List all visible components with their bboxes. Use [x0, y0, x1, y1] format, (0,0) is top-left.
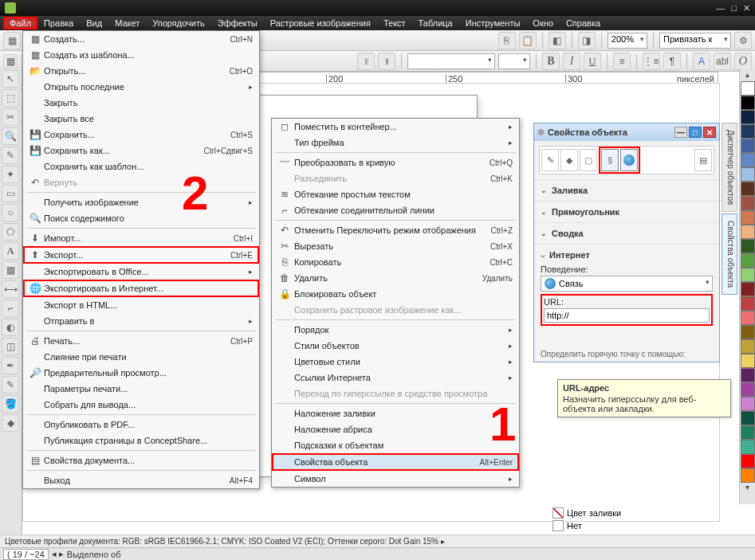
tab-summary-icon[interactable]: § [601, 149, 619, 171]
zoom-combo[interactable]: 200% [608, 33, 647, 49]
color-swatch[interactable] [741, 411, 755, 425]
bullets-icon[interactable]: ⋮≡ [643, 53, 660, 70]
eyedrop-tool-icon[interactable]: ✒ [2, 357, 19, 374]
file-menu-item[interactable]: 🔎Предварительный просмотр... [23, 365, 259, 381]
paste-icon[interactable]: 📋 [519, 32, 537, 49]
color-swatch[interactable] [741, 282, 755, 296]
color-swatch[interactable] [741, 196, 755, 210]
connect-tool-icon[interactable]: ⌐ [2, 300, 19, 317]
context-menu-item[interactable]: Тип фрейма▸ [272, 135, 519, 151]
snap-combo[interactable]: Привязать к [659, 33, 731, 49]
context-menu-item[interactable]: Стили объектов▸ [272, 338, 519, 354]
tool-b-icon[interactable]: ◨ [578, 32, 596, 49]
color-swatch[interactable] [741, 468, 755, 483]
palette-down[interactable]: ▾ [740, 483, 755, 494]
context-menu-item[interactable]: ⌐Обтекание соединительной линии [272, 202, 519, 218]
menu-tools[interactable]: Инструменты [459, 18, 527, 29]
file-menu-item[interactable]: Собрать для вывода... [23, 397, 259, 413]
color-swatch[interactable] [741, 182, 755, 196]
file-menu-item[interactable]: 🖨Печать...Ctrl+P [23, 333, 259, 349]
italic-button[interactable]: I [563, 53, 580, 70]
text-tool-icon[interactable]: A [2, 242, 19, 260]
blend-tool-icon[interactable]: ◐ [2, 319, 19, 336]
file-menu-item[interactable]: Открыть последние▸ [23, 79, 259, 95]
file-menu-item[interactable]: ⬆Экспорт...Ctrl+E [23, 246, 259, 264]
rect-tool-icon[interactable]: ▭ [2, 185, 19, 202]
tab-transp-icon[interactable]: ▢ [580, 149, 597, 171]
section-rect[interactable]: ⌄Прямоугольник [541, 205, 713, 219]
section-fill[interactable]: ⌄Заливка [541, 183, 713, 198]
underline-button[interactable]: U [584, 53, 601, 70]
menu-file[interactable]: Файл [3, 17, 37, 29]
minimize-button[interactable]: — [716, 3, 725, 14]
context-menu-item[interactable]: Ссылки Интернета▸ [272, 370, 519, 386]
vtab-object-manager[interactable]: Диспетчер объектов [722, 123, 737, 212]
context-menu-item[interactable]: ✂ВырезатьCtrl+X [272, 238, 519, 254]
close-button[interactable]: ✕ [743, 3, 750, 14]
file-menu-item[interactable]: Слияние при печати [23, 349, 259, 365]
align-left-icon[interactable]: ≡ [613, 53, 631, 70]
crop-tool-icon[interactable]: ✂ [2, 108, 19, 126]
interactive-fill-icon[interactable]: ◆ [2, 414, 19, 432]
file-menu-item[interactable]: ▦Создать...Ctrl+N [23, 31, 259, 47]
freehand-tool-icon[interactable]: ✎ [2, 147, 19, 164]
tab-outline-icon[interactable]: ✎ [541, 149, 559, 171]
dropcap-icon[interactable]: ¶ [663, 53, 681, 70]
tab-icon[interactable]: abl [714, 53, 731, 70]
color-swatch[interactable] [741, 368, 755, 382]
palette-up[interactable]: ▴ [740, 70, 755, 81]
ellipse-tool-icon[interactable]: ○ [2, 204, 19, 221]
file-menu-item[interactable]: Экспортировать в Office...▸ [23, 264, 259, 280]
pick-tool-icon[interactable]: ↖ [2, 70, 19, 88]
smart-tool-icon[interactable]: ✦ [2, 166, 19, 183]
tab-internet-icon[interactable] [620, 149, 638, 171]
color-swatch[interactable] [741, 382, 755, 397]
opt-icon[interactable]: O [734, 53, 752, 70]
menu-view[interactable]: Вид [80, 18, 108, 29]
color-swatch[interactable] [741, 167, 755, 182]
menu-edit[interactable]: Правка [37, 18, 80, 29]
color-swatch[interactable] [741, 268, 755, 282]
color-swatch[interactable] [741, 96, 755, 110]
dim-tool-icon[interactable]: ⟷ [2, 280, 19, 298]
behavior-combo[interactable]: Связь [541, 276, 713, 292]
context-menu-item[interactable]: Наложение абриса [272, 421, 519, 437]
file-menu-item[interactable]: 🌐Экспортировать в Интернет... [23, 280, 259, 297]
context-menu-item[interactable]: 🔒Блокировать объект [272, 286, 519, 302]
zoom-tool-icon[interactable]: 🔍 [2, 127, 19, 145]
copy-icon[interactable]: ⎘ [498, 32, 516, 49]
context-menu-item[interactable]: Цветовые стили▸ [272, 354, 519, 370]
menu-table[interactable]: Таблица [412, 18, 459, 29]
menu-layout[interactable]: Макет [108, 18, 146, 29]
size-combo[interactable] [498, 53, 530, 69]
dist-icon[interactable]: ⫵ [378, 53, 395, 70]
context-menu-item[interactable]: ↶Отменить Переключить режим отображенияC… [272, 222, 519, 238]
menu-effects[interactable]: Эффекты [211, 18, 264, 29]
file-menu-item[interactable]: ▦Создать из шаблона... [23, 47, 259, 63]
char-icon[interactable]: A [693, 53, 710, 70]
file-menu-item[interactable]: Опубликовать в PDF... [23, 417, 259, 433]
snap-opts-icon[interactable]: ⚙ [734, 32, 752, 49]
docker-min-button[interactable]: — [674, 127, 687, 138]
align-icon[interactable]: ⫴ [357, 53, 375, 70]
menu-help[interactable]: Справка [560, 18, 607, 29]
menu-arrange[interactable]: Упорядочить [146, 18, 210, 29]
outline-swatch-icon[interactable] [552, 520, 564, 531]
color-swatch[interactable] [741, 139, 755, 153]
context-menu-item[interactable]: ⎘КопироватьCtrl+C [272, 254, 519, 270]
section-summary[interactable]: ⌄Сводка [541, 226, 713, 241]
tab-fill-icon[interactable]: ◆ [560, 149, 578, 171]
file-menu-item[interactable]: 📂Открыть...Ctrl+O [23, 63, 259, 79]
table-tool-icon[interactable]: ▦ [2, 261, 19, 279]
context-menu-item[interactable]: 🗑УдалитьУдалить [272, 270, 519, 286]
shape-tool-icon[interactable]: ⬚ [2, 89, 19, 107]
color-swatch[interactable] [741, 253, 755, 268]
fill-swatch-icon[interactable] [552, 507, 564, 519]
color-swatch[interactable] [741, 397, 755, 411]
color-swatch[interactable] [741, 110, 755, 124]
font-combo[interactable] [407, 53, 495, 69]
color-swatch[interactable] [741, 153, 755, 167]
vtab-object-properties[interactable]: Свойства объекта [722, 213, 737, 295]
file-menu-item[interactable]: 💾Сохранить как...Ctrl+Сдвиг+S [23, 143, 259, 159]
bold-button[interactable]: B [542, 53, 560, 70]
